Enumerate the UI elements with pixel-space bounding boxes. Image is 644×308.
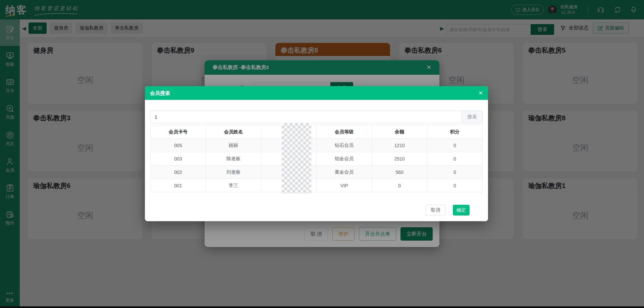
app-screen: 纳客 纳客管店更轻松 进入后台 全民健身 v1.30.9 <box>0 0 644 308</box>
member-table-wrap: 会员卡号会员姓名会员等级余额积分 005丽丽钻石会员12100003陈老板铂金会… <box>150 125 483 192</box>
member-search-header: 会员搜索 × <box>145 86 488 100</box>
member-table-cell: 陈老板 <box>206 152 261 166</box>
member-table-cell: 005 <box>151 139 206 152</box>
member-table-cell: 002 <box>151 166 206 179</box>
confirm-button[interactable]: 确定 <box>453 205 470 215</box>
member-table-cell: 560 <box>372 166 427 179</box>
member-table-row[interactable]: 001李三VIP00 <box>151 179 483 192</box>
member-table-cell: 钻石会员 <box>317 139 372 152</box>
close-icon[interactable]: × <box>479 89 483 97</box>
member-table-cell: 001 <box>151 179 206 192</box>
member-table-header: 会员卡号 <box>151 125 206 139</box>
member-table-cell: 铂金会员 <box>317 152 372 166</box>
member-table-cell: 0 <box>372 179 427 192</box>
member-table-row[interactable]: 002刘老板黄金会员5600 <box>151 166 483 179</box>
member-search-dialog: 会员搜索 × 搜索 会员卡号会员姓名会员等级余额积分 005丽丽钻石会员1210… <box>145 86 488 221</box>
member-table-row[interactable]: 005丽丽钻石会员12100 <box>151 139 483 152</box>
member-table-header: 积分 <box>427 125 483 139</box>
member-table-header: 会员等级 <box>317 125 372 139</box>
privacy-mosaic-overlay <box>282 123 311 193</box>
member-table: 会员卡号会员姓名会员等级余额积分 005丽丽钻石会员12100003陈老板铂金会… <box>150 125 483 192</box>
member-table-cell: 0 <box>427 152 483 166</box>
member-table-cell: VIP <box>317 179 372 192</box>
member-table-row[interactable]: 003陈老板铂金会员25100 <box>151 152 483 166</box>
member-search-footer: 取消 确定 <box>426 205 470 215</box>
member-table-cell: 丽丽 <box>206 139 261 152</box>
member-table-cell: 刘老板 <box>206 166 261 179</box>
dialog-title: 会员搜索 <box>150 90 170 97</box>
member-table-header: 会员姓名 <box>206 125 261 139</box>
member-table-cell: 李三 <box>206 179 261 192</box>
member-search-row: 搜索 <box>150 111 483 123</box>
member-table-cell: 0 <box>427 179 483 192</box>
member-table-header: 余额 <box>372 125 427 139</box>
member-table-cell: 0 <box>427 166 483 179</box>
member-table-cell: 0 <box>427 139 483 152</box>
member-table-cell: 003 <box>151 152 206 166</box>
member-table-cell: 黄金会员 <box>317 166 372 179</box>
cancel-button[interactable]: 取消 <box>426 205 445 215</box>
member-table-cell: 2510 <box>372 152 427 166</box>
member-table-cell: 1210 <box>372 139 427 152</box>
member-keyword-input[interactable] <box>150 111 462 123</box>
member-search-button[interactable]: 搜索 <box>462 111 483 123</box>
